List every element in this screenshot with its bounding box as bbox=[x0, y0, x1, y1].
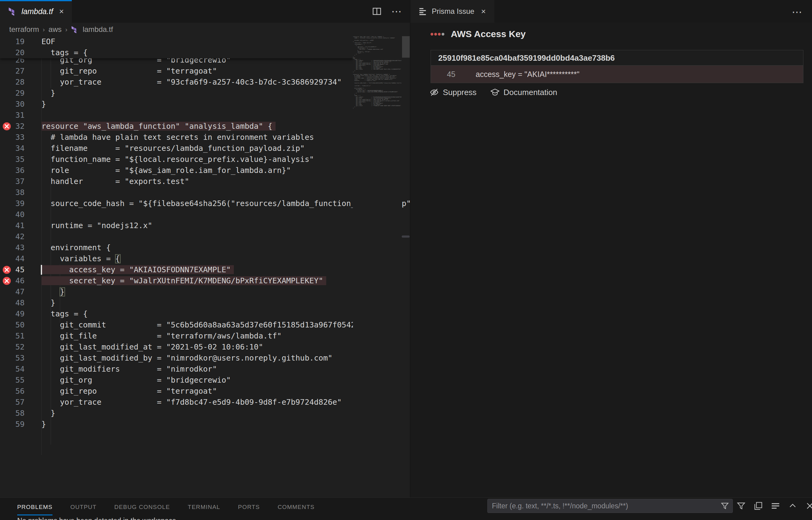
code-line-28[interactable]: 28 yor_trace = "93cfa6f9-a257-40c3-b7dc-… bbox=[0, 77, 353, 88]
panel-tab-comments[interactable]: COMMENTS bbox=[278, 498, 315, 517]
breadcrumb-separator: › bbox=[65, 26, 68, 33]
bracket-match bbox=[115, 254, 121, 263]
code-line-41[interactable]: 41 runtime = "nodejs12.x" bbox=[0, 220, 353, 231]
split-editor-icon[interactable] bbox=[372, 7, 382, 16]
code-line-47[interactable]: 47 } bbox=[0, 286, 353, 297]
issue-code-snippet: access_key = "AKIAI**********" bbox=[476, 70, 580, 79]
panel-tab-ports[interactable]: PORTS bbox=[238, 498, 260, 517]
editor-group: lambda.tf × ⋯ terraform › aws › bbox=[0, 0, 410, 497]
issue-title: AWS Access Key bbox=[451, 29, 526, 39]
code-line-48[interactable]: 48 } bbox=[0, 297, 353, 308]
code-line-29[interactable]: 29 } bbox=[0, 88, 353, 99]
breadcrumb-item-file[interactable]: lambda.tf bbox=[82, 25, 113, 34]
tab-lambda-tf[interactable]: lambda.tf × bbox=[0, 0, 72, 23]
line-number: 38 bbox=[0, 187, 25, 198]
line-number: 34 bbox=[0, 143, 25, 154]
code-line-32[interactable]: 32resource "aws_lambda_function" "analys… bbox=[0, 121, 353, 132]
code-text: secret_key = "wJalrXUtnFEMI/K7MDENG/bPxR… bbox=[42, 275, 326, 286]
breadcrumb-item-aws[interactable]: aws bbox=[48, 25, 62, 34]
code-text: } bbox=[42, 99, 46, 110]
sash-handle[interactable] bbox=[402, 235, 410, 238]
line-number: 50 bbox=[0, 319, 25, 331]
panel-tab-output[interactable]: OUTPUT bbox=[70, 498, 96, 517]
code-line-59[interactable]: 59} bbox=[0, 419, 353, 430]
code-line-38[interactable]: 38 bbox=[0, 187, 353, 198]
panel-tab-terminal[interactable]: TERMINAL bbox=[188, 498, 220, 517]
close-panel-icon[interactable] bbox=[805, 501, 812, 511]
code-line-57[interactable]: 57 yor_trace = "f7d8bc47-e5d9-4b09-9d8f-… bbox=[0, 397, 353, 408]
code-line-42[interactable]: 42 bbox=[0, 231, 353, 242]
code-line-45[interactable]: 45 access_key = "AKIAIOSFODNN7EXAMPLE" bbox=[0, 264, 353, 275]
vertical-scrollbar[interactable] bbox=[402, 36, 410, 58]
code-line-52[interactable]: 52 git_last_modified_at = "2021-05-02 10… bbox=[0, 342, 353, 353]
code-text: git_repo = "terragoat" bbox=[42, 66, 217, 77]
line-number: 30 bbox=[0, 99, 25, 110]
more-actions-icon[interactable]: ⋯ bbox=[392, 7, 401, 16]
active-tab-accent bbox=[0, 0, 72, 1]
line-number: 41 bbox=[0, 220, 25, 231]
code-line-44[interactable]: 44 variables = { bbox=[0, 253, 353, 264]
vscode-window: lambda.tf × ⋯ terraform › aws › bbox=[0, 0, 812, 520]
code-line-30[interactable]: 30} bbox=[0, 99, 353, 110]
filter-icon[interactable] bbox=[737, 501, 746, 511]
code-line-39[interactable]: 39 source_code_hash = "${filebase64sha25… bbox=[0, 198, 353, 209]
code-line-55[interactable]: 55 git_org = "bridgecrewio" bbox=[0, 375, 353, 386]
tab-prisma-issue[interactable]: Prisma Issue × bbox=[410, 0, 494, 23]
code-line-20[interactable]: 20 tags = { bbox=[0, 47, 353, 58]
side-panel-tab-bar: Prisma Issue × ⋯ bbox=[410, 0, 812, 23]
line-number: 31 bbox=[0, 110, 25, 121]
issue-code-row[interactable]: 45 access_key = "AKIAI**********" bbox=[431, 66, 803, 83]
code-line-33[interactable]: 33 # lambda have plain text secrets in e… bbox=[0, 132, 353, 143]
open-in-editor-icon[interactable] bbox=[754, 501, 763, 511]
minimap[interactable]: resource "aws_iam_role" "iam_for_lambda"… bbox=[353, 36, 401, 497]
documentation-button[interactable]: Documentation bbox=[490, 87, 557, 97]
code-text: function_name = "${local.resource_prefix… bbox=[42, 154, 314, 165]
bracket-match bbox=[59, 287, 65, 296]
view-menu-icon[interactable] bbox=[771, 501, 780, 511]
code-line-27[interactable]: 27 git_repo = "terragoat" bbox=[0, 66, 353, 77]
code-line-51[interactable]: 51 git_file = "terraform/aws/lambda.tf" bbox=[0, 331, 353, 342]
code-line-49[interactable]: 49 tags = { bbox=[0, 308, 353, 319]
code-line-56[interactable]: 56 git_repo = "terragoat" bbox=[0, 386, 353, 397]
code-line-35[interactable]: 35 function_name = "${local.resource_pre… bbox=[0, 154, 353, 165]
line-number: 53 bbox=[0, 353, 25, 364]
code-line-58[interactable]: 58 } bbox=[0, 408, 353, 419]
panel-tab-problems[interactable]: PROBLEMS bbox=[17, 498, 52, 517]
code-line-19[interactable]: 19EOF bbox=[0, 36, 353, 47]
code-line-31[interactable]: 31 bbox=[0, 110, 353, 121]
funnel-icon[interactable] bbox=[721, 502, 729, 510]
prisma-list-icon bbox=[419, 7, 427, 15]
code-line-43[interactable]: 43 environment { bbox=[0, 242, 353, 253]
code-line-46[interactable]: 46 secret_key = "wJalrXUtnFEMI/K7MDENG/b… bbox=[0, 275, 353, 286]
close-tab-icon[interactable]: × bbox=[59, 7, 64, 16]
code-editor[interactable]: 26 git_org = "bridgecrewio"27 git_repo =… bbox=[0, 36, 410, 497]
code-text: environment { bbox=[42, 242, 111, 253]
code-text: # lambda have plain text secrets in envi… bbox=[42, 132, 314, 143]
code-line-36[interactable]: 36 role = "${aws_iam_role.iam_for_lambda… bbox=[0, 165, 353, 176]
code-line-53[interactable]: 53 git_last_modified_by = "nimrodkor@use… bbox=[0, 353, 353, 364]
code-text: yor_trace = "93cfa6f9-a257-40c3-b7dc-3c3… bbox=[42, 77, 342, 88]
filter-input[interactable] bbox=[488, 502, 721, 510]
panel-tab-debug-console[interactable]: DEBUG CONSOLE bbox=[115, 498, 170, 517]
line-number: 54 bbox=[0, 364, 25, 375]
code-line-34[interactable]: 34 filename = "resources/lambda_function… bbox=[0, 143, 353, 154]
suppress-label: Suppress bbox=[443, 88, 476, 97]
code-line-40[interactable]: 40 bbox=[0, 209, 353, 220]
more-actions-icon[interactable]: ⋯ bbox=[792, 7, 802, 17]
code-text: yor_trace = "f7d8bc47-e5d9-4b09-9d8f-e7b… bbox=[42, 397, 342, 408]
code-text: git_modifiers = "nimrodkor" bbox=[42, 364, 217, 375]
code-line-37[interactable]: 37 handler = "exports.test" bbox=[0, 176, 353, 187]
close-tab-icon[interactable]: × bbox=[481, 7, 486, 16]
breadcrumb-item-terraform[interactable]: terraform bbox=[9, 25, 39, 34]
eye-off-icon bbox=[429, 87, 439, 97]
line-number: 52 bbox=[0, 342, 25, 353]
issue-line-number: 45 bbox=[431, 70, 456, 79]
line-number: 55 bbox=[0, 375, 25, 386]
code-text: git_commit = "5c6b5d60a8aa63a5d37e60f151… bbox=[42, 319, 360, 331]
maximize-panel-icon[interactable] bbox=[788, 501, 797, 511]
suppress-button[interactable]: Suppress bbox=[429, 87, 476, 97]
code-line-50[interactable]: 50 git_commit = "5c6b5d60a8aa63a5d37e60f… bbox=[0, 319, 353, 331]
editor-tab-bar: lambda.tf × ⋯ bbox=[0, 0, 410, 23]
code-line-54[interactable]: 54 git_modifiers = "nimrodkor" bbox=[0, 364, 353, 375]
code-text: runtime = "nodejs12.x" bbox=[42, 220, 152, 231]
